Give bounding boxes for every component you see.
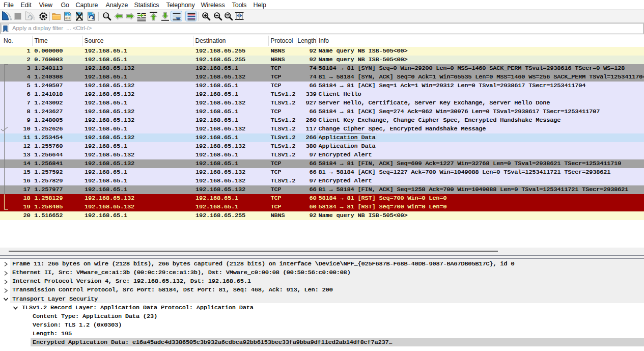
svg-text:010: 010 (65, 17, 70, 20)
